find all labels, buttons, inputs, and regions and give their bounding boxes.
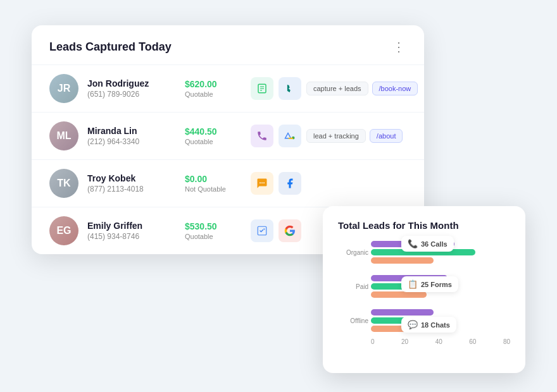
form-icon[interactable] [251,77,273,100]
lead-phone: (877) 2113-4018 [87,185,176,193]
forms-label: 25 Forms [421,281,452,288]
svg-marker-4 [285,133,291,138]
lead-icons: capture + leads /book-now [251,77,418,100]
avatar-initials: EG [56,225,71,236]
google-ads-icon[interactable] [278,125,301,147]
bar-label-organic: Organic [338,249,368,256]
lead-value: $0.00 Not Quotable [185,174,242,193]
card-title: Leads Captured Today [49,40,172,54]
lead-info: Jon Rodriguez (651) 789-9026 [87,78,176,99]
x-axis-label: 60 [469,338,476,345]
lead-info: Troy Kobek (877) 2113-4018 [87,173,176,193]
lead-phone: (651) 789-9026 [87,90,176,99]
lead-icons [251,172,406,195]
google-icon[interactable] [278,219,301,242]
bar-chart: Organic Paid [338,241,510,360]
forms-legend-badge: 📋 25 Forms [401,276,458,292]
x-axis-label: 80 [503,338,510,345]
avatar-initials: TK [57,178,70,189]
lead-amount: $620.00 [185,79,242,89]
tag-about[interactable]: /about [370,129,403,143]
lead-amount: $440.50 [185,126,242,137]
lead-phone: (415) 934-8746 [87,232,176,241]
avatar-initials: JR [58,83,70,94]
lead-amount: $0.00 [185,174,242,184]
x-axis-label: 20 [401,338,408,345]
bar-label-offline: Offline [338,317,368,324]
lead-quotable: Quotable [185,90,242,98]
chats-label: 18 Chats [421,321,450,329]
lead-icons: lead + tracking /about [251,125,406,147]
booking-icon[interactable] [251,219,273,242]
lead-value: $440.50 Quotable [185,126,242,145]
svg-point-7 [260,182,261,183]
chat-icon[interactable] [251,172,273,195]
avatar: ML [49,121,78,150]
lead-row: JR Jon Rodriguez (651) 789-9026 $620.00 … [32,64,424,112]
calls-legend-badge: 📞 36 Calls [401,236,454,252]
lead-name: Troy Kobek [87,173,176,183]
calls-label: 36 Calls [421,240,447,248]
avatar: JR [49,74,78,103]
lead-info: Emily Griffen (415) 934-8746 [87,221,176,241]
lead-quotable: Quotable [185,233,242,240]
lead-tags: capture + leads /book-now [306,82,418,95]
call-tracking-icon[interactable] [251,125,273,147]
card-header: Leads Captured Today ⋮ [32,25,424,64]
tag-capture-leads[interactable]: capture + leads [306,82,368,95]
tag-book-now[interactable]: /book-now [372,82,418,95]
lead-quotable: Quotable [185,138,242,145]
lead-quotable: Not Quotable [185,185,242,193]
lead-name: Miranda Lin [87,126,176,136]
avatar: TK [49,169,78,198]
bar-organic-salmon [371,257,434,264]
facebook-icon[interactable] [278,172,301,195]
bar-label-paid: Paid [338,283,368,290]
lead-row: TK Troy Kobek (877) 2113-4018 $0.00 Not … [32,159,424,207]
lead-phone: (212) 964-3340 [87,137,176,146]
lead-tags: lead + tracking /about [306,129,403,143]
bar-offline-purple [371,309,434,315]
bing-icon[interactable] [278,77,301,100]
chats-legend-badge: 💬 18 Chats [401,317,456,333]
svg-point-9 [263,182,265,183]
avatar-initials: ML [56,130,71,142]
lead-value: $530.50 Quotable [185,221,242,240]
bar-paid-salmon [371,291,427,298]
chart-card: Total Leads for This Month 📞 36 Calls 📋 … [323,206,525,373]
avatar: EG [49,216,78,245]
x-axis-label: 0 [371,338,375,345]
lead-info: Miranda Lin (212) 964-3340 [87,126,176,146]
lead-name: Emily Griffen [87,221,176,231]
more-menu-icon[interactable]: ⋮ [392,39,406,54]
lead-row: ML Miranda Lin (212) 964-3340 $440.50 Qu… [32,112,424,159]
x-axis-label: 40 [435,338,442,345]
svg-point-8 [261,182,263,183]
lead-value: $620.00 Quotable [185,79,242,98]
lead-name: Jon Rodriguez [87,78,176,89]
tag-lead-tracking[interactable]: lead + tracking [306,129,366,143]
chart-title: Total Leads for This Month [338,220,510,231]
chart-area: 📞 36 Calls 📋 25 Forms 💬 18 Chats Organic [338,241,510,360]
x-axis: 0 20 40 60 80 [371,338,510,345]
lead-amount: $530.50 [185,221,242,231]
